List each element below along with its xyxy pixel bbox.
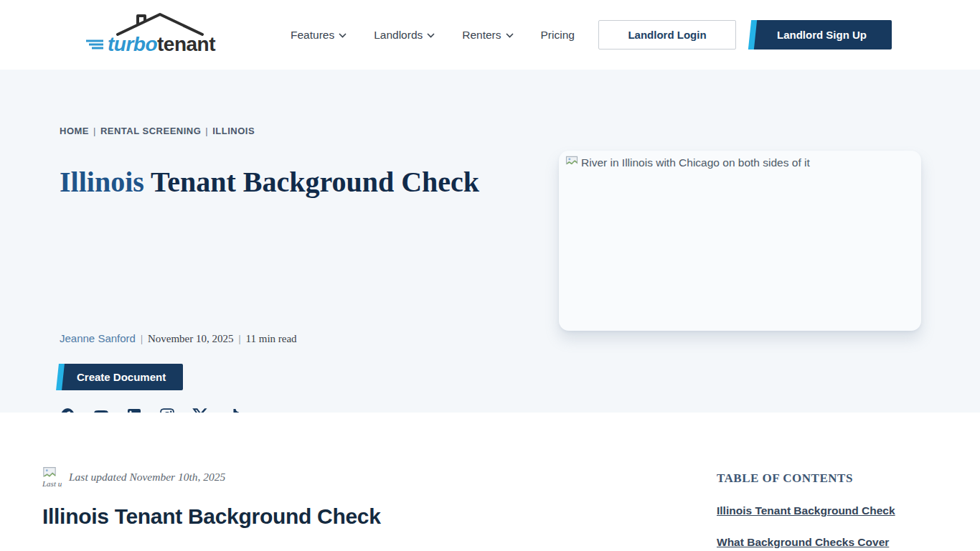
article-meta: Jeanne Sanford|November 10, 2025|11 min … (60, 332, 297, 345)
article-heading: Illinois Tenant Background Check (42, 504, 381, 529)
nav-label-renters: Renters (462, 29, 501, 42)
create-document-button[interactable]: Create Document (60, 364, 183, 390)
breadcrumb-rental-screening-link[interactable]: RENTAL SCREENING (100, 126, 201, 136)
nav-item-pricing[interactable]: Pricing (541, 29, 575, 42)
table-of-contents: TABLE OF CONTENTS Illinois Tenant Backgr… (717, 471, 939, 549)
nav-label-features: Features (291, 29, 334, 42)
toc-link-what-background-checks-cover[interactable]: What Background Checks Cover (717, 536, 939, 549)
meta-separator: | (239, 333, 241, 344)
read-time: 11 min read (246, 333, 297, 344)
nav-item-landlords[interactable]: Landlords (374, 29, 435, 42)
breadcrumb-separator: | (93, 126, 96, 136)
main-nav: Features Landlords Renters Pricing (291, 0, 575, 70)
breadcrumb-separator: | (205, 126, 208, 136)
logo-wordmark: turbotenant (85, 33, 215, 56)
last-updated-row: Last updated November 10th, 2025 Last up… (42, 466, 225, 489)
author-link[interactable]: Jeanne Sanford (60, 332, 136, 344)
broken-image-icon (42, 466, 57, 479)
page-title-highlight: Illinois (60, 166, 144, 198)
nav-label-landlords: Landlords (374, 29, 423, 42)
hero-section: HOME|RENTAL SCREENING|ILLINOIS Illinois … (0, 70, 980, 413)
landlord-signup-button[interactable]: Landlord Sign Up (752, 20, 892, 50)
broken-image-alt-clipped: Last updated November 10th, 2025 (42, 479, 62, 488)
page-title: Illinois Tenant Background Check (60, 161, 483, 204)
toc-link-illinois-tenant-background-check[interactable]: Illinois Tenant Background Check (717, 504, 939, 517)
nav-item-renters[interactable]: Renters (462, 29, 513, 42)
landlord-login-button[interactable]: Landlord Login (598, 20, 736, 50)
hero-image-card: River in Illinois with Chicago on both s… (559, 151, 921, 331)
breadcrumb-illinois-link[interactable]: ILLINOIS (212, 126, 255, 136)
page-title-rest: Tenant Background Check (144, 166, 479, 198)
broken-image-icon (565, 154, 579, 169)
chevron-down-icon (506, 33, 514, 38)
turbotenant-logo[interactable]: turbotenant (85, 11, 207, 56)
logo-turbo-text: turbo (108, 33, 157, 56)
article-section: Last updated November 10th, 2025 Last up… (0, 413, 980, 551)
chevron-down-icon (339, 33, 347, 38)
meta-separator: | (141, 333, 143, 344)
site-header: turbotenant Features Landlords Renters P… (0, 0, 980, 70)
nav-label-pricing: Pricing (541, 29, 575, 42)
logo-tenant-text: tenant (157, 33, 215, 56)
hero-image-alt-text: River in Illinois with Chicago on both s… (581, 154, 810, 169)
logo-roof-icon (116, 11, 204, 36)
logo-speed-lines-icon (85, 37, 106, 52)
breadcrumb-home-link[interactable]: HOME (60, 126, 89, 136)
chevron-down-icon (427, 33, 435, 38)
breadcrumb: HOME|RENTAL SCREENING|ILLINOIS (60, 126, 255, 136)
broken-image-thumb: Last updated November 10th, 2025 (42, 466, 62, 489)
toc-title: TABLE OF CONTENTS (717, 471, 939, 486)
nav-item-features[interactable]: Features (291, 29, 347, 42)
publish-date: November 10, 2025 (148, 333, 234, 344)
last-updated-text: Last updated November 10th, 2025 (69, 466, 225, 489)
